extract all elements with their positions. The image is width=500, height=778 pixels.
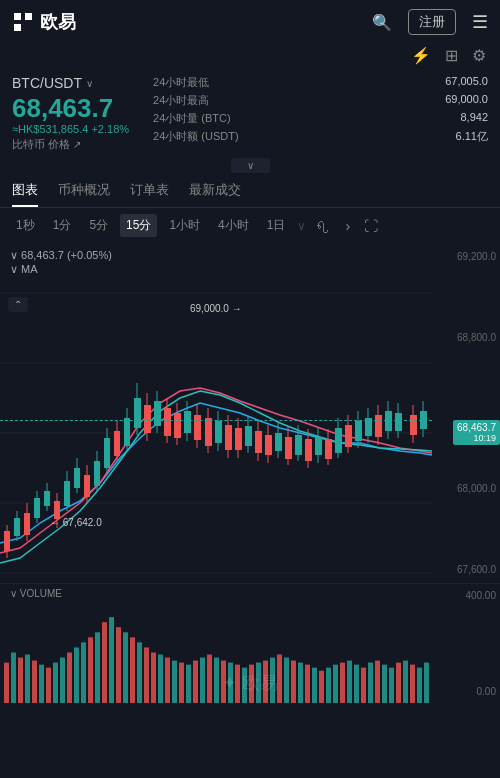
svg-rect-122 bbox=[214, 658, 219, 703]
logo-text: 欧易 bbox=[40, 10, 76, 34]
svg-rect-92 bbox=[4, 663, 9, 703]
svg-rect-110 bbox=[130, 637, 135, 703]
vol-y-top: 400.00 bbox=[436, 590, 496, 601]
tab-trades[interactable]: 最新成交 bbox=[189, 181, 241, 207]
vol-y-bot: 0.00 bbox=[436, 686, 496, 697]
external-link-icon: ↗ bbox=[73, 139, 81, 150]
tf-separator: ∨ bbox=[297, 219, 306, 233]
fullscreen-icon[interactable]: ⛶ bbox=[360, 216, 382, 236]
volume-label[interactable]: ∨ VOLUME bbox=[10, 588, 62, 599]
svg-rect-145 bbox=[375, 661, 380, 703]
main-price: 68,463.7 bbox=[12, 95, 129, 121]
tf-1m[interactable]: 1分 bbox=[47, 214, 78, 237]
svg-rect-146 bbox=[382, 665, 387, 703]
annotation-67642: ← 67,642.0 bbox=[50, 517, 102, 528]
svg-rect-126 bbox=[242, 668, 247, 703]
tab-overview[interactable]: 币种概况 bbox=[58, 181, 110, 207]
chart-type-icon[interactable]: ⊞ bbox=[445, 46, 458, 65]
svg-rect-142 bbox=[354, 665, 359, 703]
y-axis: 69,200.0 68,800.0 68,000.0 67,600.0 bbox=[432, 243, 500, 583]
pair-label[interactable]: BTC/USDT ∨ bbox=[12, 75, 129, 91]
svg-rect-116 bbox=[172, 661, 177, 703]
svg-rect-0 bbox=[14, 13, 21, 20]
svg-rect-130 bbox=[270, 658, 275, 703]
svg-rect-108 bbox=[116, 627, 121, 703]
tab-orderbook[interactable]: 订单表 bbox=[130, 181, 169, 207]
svg-rect-123 bbox=[221, 661, 226, 703]
svg-rect-107 bbox=[109, 617, 114, 703]
logo-icon bbox=[12, 11, 34, 33]
chart-ma-label: ∨ MA bbox=[10, 263, 112, 276]
tf-1d[interactable]: 1日 bbox=[261, 214, 292, 237]
timeframe-row: 1秒 1分 5分 15分 1小时 4小时 1日 ∨ ꪖ › ⛶ bbox=[0, 208, 500, 243]
stat-label-0: 24小时最低 bbox=[153, 75, 338, 90]
pair-text: BTC/USDT bbox=[12, 75, 82, 91]
volume-section: ∨ VOLUME bbox=[0, 583, 500, 703]
stat-value-0: 67,005.0 bbox=[346, 75, 488, 90]
svg-rect-1 bbox=[25, 13, 32, 20]
svg-rect-111 bbox=[137, 642, 142, 703]
stat-label-2: 24小时量 (BTC) bbox=[153, 111, 338, 126]
settings-icon[interactable]: ⚙ bbox=[472, 46, 486, 65]
register-button[interactable]: 注册 bbox=[408, 9, 456, 35]
svg-rect-135 bbox=[305, 665, 310, 703]
svg-rect-149 bbox=[403, 661, 408, 703]
svg-rect-118 bbox=[186, 665, 191, 703]
svg-rect-96 bbox=[32, 661, 37, 703]
tf-4h[interactable]: 4小时 bbox=[212, 214, 255, 237]
svg-rect-94 bbox=[18, 658, 23, 703]
tab-chart[interactable]: 图表 bbox=[12, 181, 38, 207]
stat-value-2: 8,942 bbox=[346, 111, 488, 126]
stat-value-1: 69,000.0 bbox=[346, 93, 488, 108]
pulse-icon[interactable]: ⚡ bbox=[411, 46, 431, 65]
btc-price-label[interactable]: 比特币 价格 ↗ bbox=[12, 137, 129, 152]
candlestick-chart bbox=[0, 243, 432, 583]
svg-rect-105 bbox=[95, 632, 100, 703]
svg-rect-114 bbox=[158, 655, 163, 703]
svg-rect-136 bbox=[312, 668, 317, 703]
pair-chevron-icon: ∨ bbox=[86, 78, 93, 89]
svg-rect-140 bbox=[340, 663, 345, 703]
tf-1h[interactable]: 1小时 bbox=[163, 214, 206, 237]
svg-rect-113 bbox=[151, 653, 156, 704]
vol-y-axis: 400.00 0.00 bbox=[432, 584, 500, 703]
svg-rect-103 bbox=[81, 642, 86, 703]
svg-rect-112 bbox=[144, 647, 149, 703]
expand-button[interactable]: ∨ bbox=[231, 158, 270, 173]
svg-rect-137 bbox=[319, 671, 324, 703]
y-label-3: 68,000.0 bbox=[436, 483, 496, 494]
svg-rect-98 bbox=[46, 668, 51, 703]
header: 欧易 🔍 注册 ☰ bbox=[0, 0, 500, 44]
tf-1s[interactable]: 1秒 bbox=[10, 214, 41, 237]
svg-rect-115 bbox=[165, 658, 170, 703]
svg-rect-144 bbox=[368, 663, 373, 703]
svg-rect-151 bbox=[417, 668, 422, 703]
svg-rect-117 bbox=[179, 663, 184, 703]
svg-rect-139 bbox=[333, 665, 338, 703]
indicator-icon[interactable]: ꪖ bbox=[312, 216, 335, 236]
svg-rect-101 bbox=[67, 653, 72, 704]
svg-rect-129 bbox=[263, 661, 268, 703]
y-label-4: 67,600.0 bbox=[436, 564, 496, 575]
tf-5m[interactable]: 5分 bbox=[83, 214, 114, 237]
search-icon[interactable]: 🔍 bbox=[372, 13, 392, 32]
svg-rect-104 bbox=[88, 637, 93, 703]
svg-rect-131 bbox=[277, 655, 282, 703]
hk-price: ≈HK$531,865.4 +2.18% bbox=[12, 123, 129, 135]
svg-rect-141 bbox=[347, 661, 352, 703]
volume-chart bbox=[0, 602, 432, 703]
tf-15m[interactable]: 15分 bbox=[120, 214, 157, 237]
annotation-69000: 69,000.0 → bbox=[190, 303, 242, 314]
tabs-row: 图表 币种概况 订单表 最新成交 bbox=[0, 175, 500, 208]
price-right: 24小时最低 67,005.0 24小时最高 69,000.0 24小时量 (B… bbox=[153, 75, 488, 152]
svg-rect-134 bbox=[298, 663, 303, 703]
next-icon[interactable]: › bbox=[341, 216, 354, 236]
svg-rect-93 bbox=[11, 653, 16, 704]
svg-rect-102 bbox=[74, 647, 79, 703]
svg-rect-97 bbox=[39, 665, 44, 703]
svg-rect-133 bbox=[291, 661, 296, 703]
menu-icon[interactable]: ☰ bbox=[472, 11, 488, 33]
chart-container: ∨ 68,463.7 (+0.05%) ∨ MA ⌃ 69,000.0 → ← … bbox=[0, 243, 500, 583]
svg-rect-100 bbox=[60, 658, 65, 703]
y-label-1: 68,800.0 bbox=[436, 332, 496, 343]
